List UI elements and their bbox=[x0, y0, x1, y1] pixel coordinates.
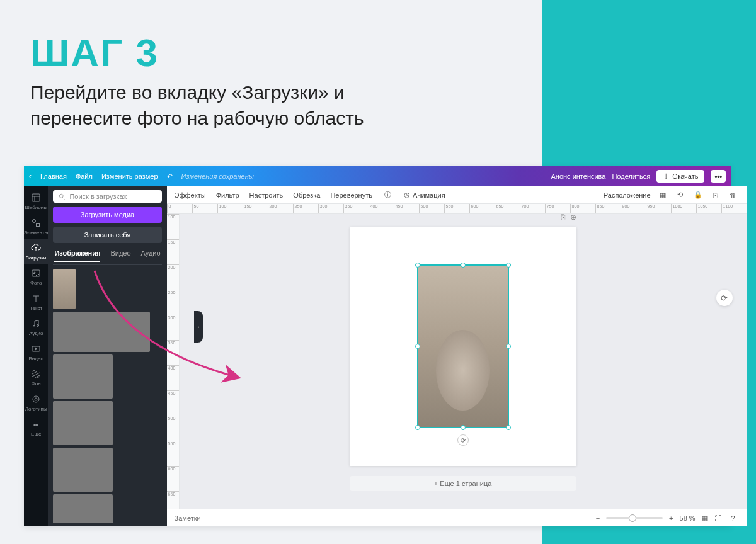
canva-app-window: ‹ Главная Файл Изменить размер ↶ Изменен… bbox=[24, 166, 731, 526]
media-type-tabs: Изображения Видео Аудио bbox=[53, 247, 161, 265]
zoom-in-button[interactable]: + bbox=[669, 514, 673, 522]
selected-image[interactable]: ⟳ bbox=[417, 264, 509, 428]
svg-point-12 bbox=[60, 194, 64, 198]
rotate-handle[interactable]: ⟳ bbox=[457, 434, 469, 446]
svg-point-8 bbox=[37, 325, 39, 327]
document-title[interactable]: Анонс интенсива bbox=[551, 173, 605, 180]
app-body: Шаблоны Элементы Загрузки Фото Текст Ауд… bbox=[24, 186, 731, 526]
resize-handle[interactable] bbox=[461, 263, 466, 268]
sidebar-item-background[interactable]: Фон bbox=[24, 365, 48, 390]
zoom-out-button[interactable]: − bbox=[596, 514, 600, 522]
resize-handle[interactable] bbox=[506, 425, 511, 430]
zoom-level[interactable]: 58 % bbox=[680, 514, 696, 522]
bottom-status-bar: Заметки − + 58 % ▦ ⛶ ? bbox=[167, 509, 747, 526]
download-button[interactable]: ⭳ Скачать bbox=[656, 170, 704, 183]
resize-handle[interactable] bbox=[506, 263, 511, 268]
add-page-button[interactable]: + Еще 1 страница bbox=[350, 476, 576, 491]
video-icon bbox=[31, 344, 41, 354]
page-actions: ⎘ ⊕ bbox=[561, 214, 576, 222]
upload-thumbnail-selected[interactable] bbox=[53, 269, 76, 309]
tab-audio[interactable]: Аудио bbox=[141, 249, 161, 262]
info-icon[interactable]: ⓘ bbox=[382, 190, 394, 201]
thumbnail-grid bbox=[53, 269, 161, 523]
undo-icon[interactable]: ↶ bbox=[167, 173, 173, 181]
resize-handle[interactable] bbox=[415, 263, 420, 268]
upload-media-button[interactable]: Загрузить медиа bbox=[53, 207, 161, 223]
svg-rect-0 bbox=[32, 194, 40, 201]
uploads-panel: Поиск в загрузках Загрузить медиа Записа… bbox=[48, 186, 166, 526]
photo-icon bbox=[31, 268, 41, 278]
animate-button[interactable]: ◷Анимация bbox=[404, 191, 445, 199]
left-sidebar: Шаблоны Элементы Загрузки Фото Текст Ауд… bbox=[24, 186, 48, 526]
sidebar-item-audio[interactable]: Аудио bbox=[24, 315, 48, 340]
more-menu-button[interactable]: ••• bbox=[711, 170, 726, 183]
position-button[interactable]: Расположение bbox=[604, 191, 651, 199]
upload-thumbnail[interactable] bbox=[53, 312, 150, 352]
resize-handle[interactable] bbox=[506, 344, 511, 349]
resize-handle[interactable] bbox=[415, 425, 420, 430]
share-button[interactable]: Поделиться bbox=[612, 173, 650, 180]
duplicate-page-icon[interactable]: ⎘ bbox=[561, 214, 565, 222]
lock-icon[interactable]: 🔒 bbox=[692, 190, 704, 201]
canvas-viewport: 1001502002503003504004505005506006507007… bbox=[167, 214, 747, 509]
resize-handle[interactable] bbox=[461, 425, 466, 430]
sidebar-item-video[interactable]: Видео bbox=[24, 340, 48, 365]
filter-button[interactable]: Фильтр bbox=[216, 191, 239, 199]
sidebar-item-more[interactable]: •••Еще bbox=[24, 416, 48, 441]
back-chevron-icon[interactable]: ‹ bbox=[29, 172, 32, 181]
workspace[interactable]: ⎘ ⊕ ⟳ bbox=[180, 214, 747, 509]
sidebar-item-text[interactable]: Текст bbox=[24, 290, 48, 315]
help-icon[interactable]: ? bbox=[728, 513, 739, 524]
grid-view-icon[interactable]: ▦ bbox=[702, 514, 708, 522]
record-yourself-button[interactable]: Записать себя bbox=[53, 227, 161, 243]
save-status: Изменения сохранены bbox=[181, 173, 254, 180]
more-icon: ••• bbox=[31, 419, 41, 429]
upload-thumbnail[interactable] bbox=[53, 354, 113, 399]
sidebar-item-logos[interactable]: Логотипы bbox=[24, 390, 48, 416]
topbar-right-group: Анонс интенсива Поделиться ⭳ Скачать ••• bbox=[551, 170, 726, 183]
effects-button[interactable]: Эффекты bbox=[175, 191, 206, 199]
design-page[interactable]: ⎘ ⊕ ⟳ bbox=[350, 227, 576, 466]
notes-button[interactable]: Заметки bbox=[175, 514, 201, 522]
upload-thumbnail[interactable] bbox=[53, 448, 113, 492]
tab-images[interactable]: Изображения bbox=[54, 249, 100, 262]
refresh-float-button[interactable]: ⟳ bbox=[716, 290, 733, 306]
step-description: Перейдите во вкладку «Загрузки» и перене… bbox=[30, 80, 364, 131]
step-number-title: ШАГ 3 bbox=[30, 30, 364, 75]
resize-handle[interactable] bbox=[415, 344, 420, 349]
delete-icon[interactable]: 🗑 bbox=[728, 190, 739, 201]
svg-point-10 bbox=[33, 396, 39, 402]
search-input[interactable]: Поиск в загрузках bbox=[53, 190, 161, 203]
vertical-ruler: 1001502002503003504004505005506006507007… bbox=[167, 214, 180, 509]
tab-video[interactable]: Видео bbox=[110, 249, 130, 262]
crop-button[interactable]: Обрезка bbox=[293, 191, 320, 199]
download-icon: ⭳ bbox=[663, 173, 670, 180]
fullscreen-icon[interactable]: ⛶ bbox=[714, 514, 721, 522]
upload-thumbnail[interactable] bbox=[53, 494, 113, 523]
svg-line-13 bbox=[63, 198, 65, 200]
sidebar-item-photos[interactable]: Фото bbox=[24, 264, 48, 290]
flip-button[interactable]: Перевернуть bbox=[330, 191, 372, 199]
horizontal-ruler: 0501001502002503003504004505005506006507… bbox=[167, 204, 747, 214]
add-page-icon[interactable]: ⊕ bbox=[570, 214, 576, 222]
svg-rect-4 bbox=[37, 224, 40, 227]
instruction-heading: ШАГ 3 Перейдите во вкладку «Загрузки» и … bbox=[30, 30, 364, 131]
canvas-area: Эффекты Фильтр Настроить Обрезка Перевер… bbox=[167, 186, 747, 526]
home-link[interactable]: Главная bbox=[40, 173, 67, 180]
resize-menu[interactable]: Изменить размер bbox=[101, 173, 158, 180]
panel-collapse-handle[interactable]: ‹ bbox=[194, 311, 203, 343]
link-icon[interactable]: ⟲ bbox=[675, 190, 686, 201]
upload-thumbnail[interactable] bbox=[53, 401, 113, 445]
zoom-controls: − + 58 % ▦ ⛶ ? bbox=[596, 513, 739, 524]
logo-icon bbox=[31, 394, 41, 404]
sidebar-item-uploads[interactable]: Загрузки bbox=[24, 239, 48, 264]
sidebar-item-elements[interactable]: Элементы bbox=[24, 214, 48, 239]
zoom-slider[interactable] bbox=[606, 517, 663, 519]
duplicate-icon[interactable]: ⎘ bbox=[710, 190, 721, 201]
transparency-icon[interactable]: ▦ bbox=[657, 190, 668, 201]
file-menu[interactable]: Файл bbox=[76, 173, 93, 180]
background-icon bbox=[31, 369, 41, 379]
sidebar-item-templates[interactable]: Шаблоны bbox=[24, 189, 48, 214]
adjust-button[interactable]: Настроить bbox=[249, 191, 284, 199]
music-icon bbox=[31, 319, 41, 329]
